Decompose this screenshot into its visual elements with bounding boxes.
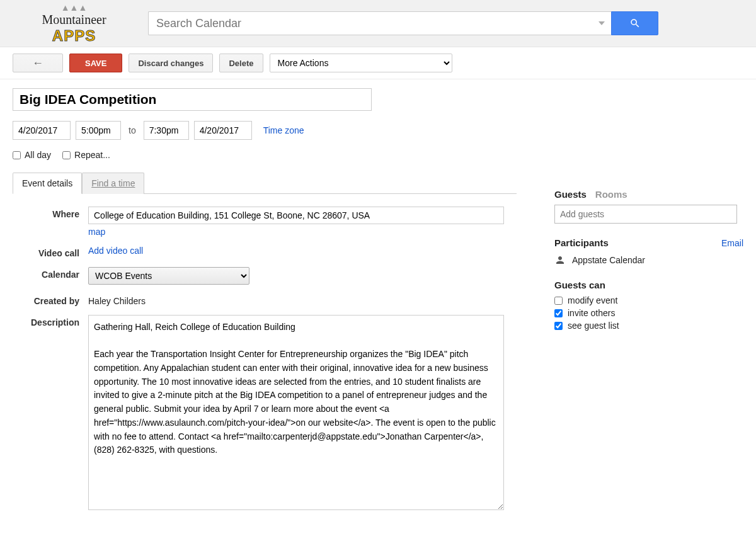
participants-header: Participants Email [554,237,743,248]
video-call-label: Video call [13,246,88,258]
map-link[interactable]: map [88,227,517,237]
details-panel: Where map Video call Add video call Cale… [13,194,517,512]
search-input[interactable] [148,11,592,35]
search-dropdown-caret[interactable] [592,11,611,35]
more-actions-select[interactable]: More Actions [270,54,452,72]
perm-invite-text: invite others [568,308,615,318]
repeat-checkbox[interactable] [62,151,71,159]
all-day-label[interactable]: All day [13,150,51,160]
time-row: to Time zone [13,121,517,140]
calendar-row: Calendar WCOB Events [13,267,517,285]
toolbar: ← SAVE Discard changes Delete More Actio… [0,47,756,79]
tab-find-a-time[interactable]: Find a time [82,173,144,194]
person-icon [554,254,566,266]
perm-invite-label[interactable]: invite others [554,308,743,318]
created-by-label: Created by [13,293,88,306]
search-wrap [148,11,658,35]
back-button[interactable]: ← [13,54,63,72]
perm-invite-checkbox[interactable] [554,309,563,317]
created-by-value: Haley Childers [88,293,517,306]
perm-modify-label[interactable]: modify event [554,295,743,305]
start-time-input[interactable] [76,121,121,140]
description-row: Description Gathering Hall, Reich Colleg… [13,315,517,512]
add-guests-input[interactable] [554,205,737,224]
mountain-icon: ▲▲▲ [61,3,88,13]
description-textarea[interactable]: Gathering Hall, Reich College of Educati… [88,315,504,510]
guests-can-title: Guests can [554,280,743,290]
perm-modify-text: modify event [568,295,617,305]
to-label: to [126,125,139,135]
check-row: All day Repeat... [13,150,517,160]
save-button[interactable]: SAVE [69,54,122,72]
perm-modify-checkbox[interactable] [554,297,563,305]
timezone-link[interactable]: Time zone [263,125,304,135]
logo-apps: APPS [52,27,96,45]
where-input[interactable] [88,207,504,224]
main: to Time zone All day Repeat... Event det… [0,79,756,533]
back-arrow-icon: ← [32,57,43,70]
video-row: Video call Add video call [13,246,517,258]
email-guests-link[interactable]: Email [721,238,743,248]
perm-see-text: see guest list [568,321,619,331]
repeat-text: Repeat... [74,150,110,160]
discard-button[interactable]: Discard changes [129,54,213,72]
left-column: to Time zone All day Repeat... Event det… [13,88,517,521]
delete-button[interactable]: Delete [219,54,263,72]
right-sidebar: Guests Rooms Participants Email Appstate… [554,88,743,521]
created-by-row: Created by Haley Childers [13,293,517,306]
header-bar: ▲▲▲ Mountaineer APPS [0,0,756,47]
permissions-list: modify event invite others see guest lis… [554,295,743,331]
where-row: Where map [13,207,517,237]
tab-event-details[interactable]: Event details [13,173,82,194]
all-day-checkbox[interactable] [13,151,21,159]
repeat-label[interactable]: Repeat... [62,150,110,160]
end-time-input[interactable] [144,121,189,140]
participant-row: Appstate Calendar [554,254,743,266]
description-label: Description [13,315,88,512]
end-date-input[interactable] [194,121,252,140]
sidebar-tabs: Guests Rooms [554,189,743,200]
logo-script: Mountaineer [42,13,106,27]
participants-title: Participants [554,237,609,248]
start-date-input[interactable] [13,121,71,140]
search-icon [629,18,641,29]
event-title-input[interactable] [13,88,372,111]
calendar-select[interactable]: WCOB Events [88,267,249,285]
where-label: Where [13,207,88,237]
participant-name: Appstate Calendar [572,255,645,265]
logo[interactable]: ▲▲▲ Mountaineer APPS [13,4,135,42]
perm-see-label[interactable]: see guest list [554,321,743,331]
calendar-label: Calendar [13,267,88,285]
all-day-text: All day [25,150,51,160]
add-video-call-link[interactable]: Add video call [88,246,143,256]
search-button[interactable] [611,11,658,35]
tab-guests[interactable]: Guests [554,189,587,200]
detail-tabs: Event details Find a time [13,173,517,194]
tab-rooms[interactable]: Rooms [595,189,627,200]
perm-see-checkbox[interactable] [554,322,563,330]
